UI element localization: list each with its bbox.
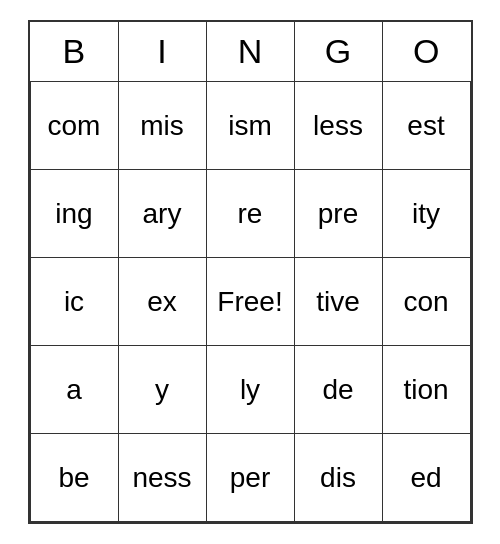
header-row: B I N G O: [30, 22, 470, 82]
table-row: icexFree!tivecon: [30, 258, 470, 346]
table-cell: ism: [206, 82, 294, 170]
table-cell: be: [30, 434, 118, 522]
table-row: aylydetion: [30, 346, 470, 434]
header-o: O: [382, 22, 470, 82]
header-b: B: [30, 22, 118, 82]
table-cell: est: [382, 82, 470, 170]
table-cell: tion: [382, 346, 470, 434]
table-row: commisismlessest: [30, 82, 470, 170]
table-cell: per: [206, 434, 294, 522]
table-cell: tive: [294, 258, 382, 346]
table-cell: a: [30, 346, 118, 434]
bingo-body: commisismlessestingaryrepreityicexFree!t…: [30, 82, 470, 522]
table-cell: ed: [382, 434, 470, 522]
table-cell: ic: [30, 258, 118, 346]
table-cell: pre: [294, 170, 382, 258]
table-cell: ity: [382, 170, 470, 258]
table-cell: dis: [294, 434, 382, 522]
table-cell: less: [294, 82, 382, 170]
header-g: G: [294, 22, 382, 82]
table-cell: de: [294, 346, 382, 434]
table-cell: ex: [118, 258, 206, 346]
table-row: ingaryrepreity: [30, 170, 470, 258]
table-row: benessperdised: [30, 434, 470, 522]
table-cell: mis: [118, 82, 206, 170]
table-cell: y: [118, 346, 206, 434]
table-cell: ly: [206, 346, 294, 434]
table-cell: Free!: [206, 258, 294, 346]
table-cell: re: [206, 170, 294, 258]
header-n: N: [206, 22, 294, 82]
table-cell: ing: [30, 170, 118, 258]
table-cell: ness: [118, 434, 206, 522]
header-i: I: [118, 22, 206, 82]
table-cell: con: [382, 258, 470, 346]
table-cell: ary: [118, 170, 206, 258]
table-cell: com: [30, 82, 118, 170]
bingo-table: B I N G O commisismlessestingaryrepreity…: [30, 22, 471, 523]
bingo-card: B I N G O commisismlessestingaryrepreity…: [28, 20, 473, 525]
